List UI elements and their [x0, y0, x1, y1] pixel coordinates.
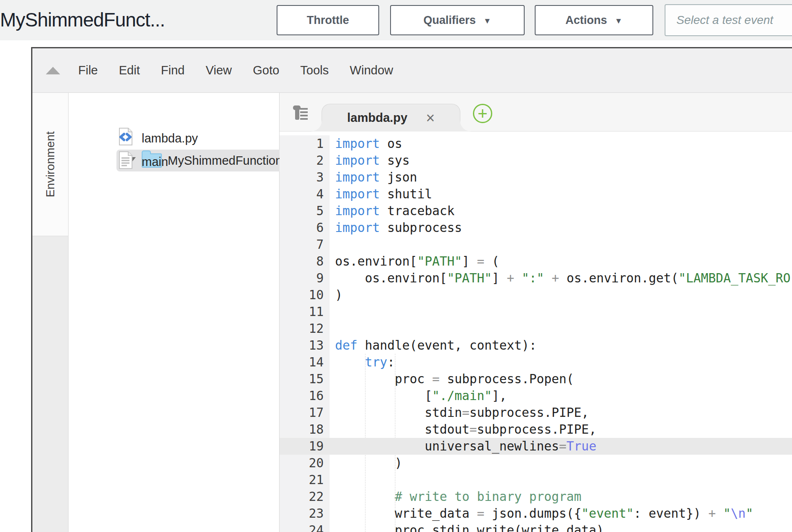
function-name: MyShimmedFunct...: [0, 8, 165, 31]
code-text: universal_newlines=True: [330, 438, 597, 455]
line-number: 2: [280, 152, 330, 169]
cloud9-ide-window: FileEditFindViewGotoToolsWindow Environm…: [31, 47, 792, 532]
line-number: 4: [280, 186, 330, 203]
menu-item-view[interactable]: View: [195, 63, 242, 77]
code-line-13[interactable]: 13def handle(event, context):: [280, 337, 792, 354]
line-number: 1: [280, 135, 330, 152]
menu-item-window[interactable]: Window: [339, 63, 404, 77]
line-number: 24: [280, 522, 330, 532]
code-line-21[interactable]: 21: [280, 471, 792, 488]
code-text: proc = subprocess.Popen(: [330, 371, 574, 387]
menu-item-find[interactable]: Find: [150, 63, 195, 77]
code-text: stdout=subprocess.PIPE,: [330, 421, 597, 438]
code-line-2[interactable]: 2import sys: [280, 152, 792, 169]
code-line-4[interactable]: 4import shutil: [280, 186, 792, 203]
code-text: ): [330, 455, 402, 471]
code-line-1[interactable]: 1import os: [280, 135, 792, 152]
line-number: 8: [280, 253, 330, 270]
code-line-14[interactable]: 14 try:: [280, 354, 792, 371]
code-line-3[interactable]: 3import json: [280, 169, 792, 186]
tree-item-main[interactable]: main: [118, 151, 168, 173]
close-tab-icon[interactable]: ×: [426, 111, 435, 126]
line-number: 19: [280, 438, 330, 455]
code-text: [330, 303, 335, 320]
actions-button-label: Actions: [565, 14, 607, 27]
code-line-20[interactable]: 20 ): [280, 455, 792, 471]
code-line-8[interactable]: 8os.environ["PATH"] = (: [280, 253, 792, 270]
tab-list-icon[interactable]: [291, 103, 311, 124]
menu-bar-items: FileEditFindViewGotoToolsWindow: [68, 63, 404, 77]
code-text: # write to binary program: [330, 488, 581, 505]
tab-lambda-py[interactable]: lambda.py ×: [322, 104, 460, 132]
code-text: os.environ["PATH"] + ":" + os.environ.ge…: [330, 270, 790, 287]
code-editor[interactable]: 1import os2import sys3import json4import…: [280, 132, 792, 532]
line-number: 7: [280, 236, 330, 253]
function-header: MyShimmedFunct... Throttle Qualifiers ▼ …: [0, 0, 792, 40]
code-line-12[interactable]: 12: [280, 320, 792, 337]
line-number: 3: [280, 169, 330, 186]
left-tab-strip: Environment: [32, 93, 69, 532]
code-line-22[interactable]: 22 # write to binary program: [280, 488, 792, 505]
menu-item-edit[interactable]: Edit: [108, 63, 150, 77]
code-line-10[interactable]: 10): [280, 287, 792, 303]
line-number: 22: [280, 488, 330, 505]
code-text: ["./main"],: [330, 387, 507, 404]
line-number: 23: [280, 505, 330, 522]
python-file-icon: [118, 127, 133, 149]
code-line-19[interactable]: 19 universal_newlines=True: [280, 438, 792, 455]
line-number: 16: [280, 387, 330, 404]
code-text: try:: [330, 354, 395, 371]
code-line-24[interactable]: 24 proc.stdin.write(write_data): [280, 522, 792, 532]
code-line-23[interactable]: 23 write_data = json.dumps({"event": eve…: [280, 505, 792, 522]
editor-pane: lambda.py × + 1import os2import sys3impo…: [280, 93, 792, 532]
chevron-down-icon: ▼: [483, 16, 491, 26]
line-number: 9: [280, 270, 330, 287]
throttle-button-label: Throttle: [307, 14, 349, 27]
code-line-11[interactable]: 11: [280, 303, 792, 320]
code-text: [330, 320, 335, 337]
code-line-18[interactable]: 18 stdout=subprocess.PIPE,: [280, 421, 792, 438]
menu-item-goto[interactable]: Goto: [242, 63, 290, 77]
code-text: def handle(event, context):: [330, 337, 537, 354]
test-event-select[interactable]: Select a test event: [665, 4, 792, 36]
code-text: [330, 236, 335, 253]
code-text: import os: [330, 135, 402, 152]
editor-menu-bar: FileEditFindViewGotoToolsWindow: [32, 48, 792, 93]
code-text: import json: [330, 169, 417, 186]
code-line-5[interactable]: 5import traceback: [280, 203, 792, 219]
code-line-9[interactable]: 9 os.environ["PATH"] + ":" + os.environ.…: [280, 270, 792, 287]
code-text: import traceback: [330, 203, 454, 219]
code-text: [330, 471, 335, 488]
code-text: import subprocess: [330, 219, 462, 236]
throttle-button[interactable]: Throttle: [277, 5, 379, 35]
code-line-15[interactable]: 15 proc = subprocess.Popen(: [280, 371, 792, 387]
menu-item-file[interactable]: File: [68, 63, 108, 77]
tree-item-lambda-py[interactable]: lambda.py: [118, 127, 198, 149]
tab-environment[interactable]: Environment: [32, 93, 68, 236]
line-number: 10: [280, 287, 330, 303]
environment-tab-label: Environment: [44, 131, 57, 197]
code-line-6[interactable]: 6import subprocess: [280, 219, 792, 236]
code-text: write_data = json.dumps({"event": event}…: [330, 505, 753, 522]
qualifiers-dropdown-button[interactable]: Qualifiers ▼: [390, 5, 525, 35]
tab-title: lambda.py: [347, 111, 407, 125]
folder-name: MyShimmedFunction: [168, 154, 282, 168]
code-text: proc.stdin.write(write_data): [330, 522, 604, 532]
line-number: 20: [280, 455, 330, 471]
line-number: 18: [280, 421, 330, 438]
collapse-panel-icon[interactable]: [46, 67, 60, 74]
menu-item-tools[interactable]: Tools: [290, 63, 339, 77]
code-line-16[interactable]: 16 ["./main"],: [280, 387, 792, 404]
code-line-7[interactable]: 7: [280, 236, 792, 253]
line-number: 21: [280, 471, 330, 488]
code-text: stdin=subprocess.PIPE,: [330, 404, 589, 421]
line-number: 5: [280, 203, 330, 219]
code-line-17[interactable]: 17 stdin=subprocess.PIPE,: [280, 404, 792, 421]
actions-dropdown-button[interactable]: Actions ▼: [535, 5, 653, 35]
file-tree: MyShimmedFunction lambda.py: [69, 93, 280, 532]
line-number: 12: [280, 320, 330, 337]
test-event-placeholder: Select a test event: [676, 13, 773, 27]
lambda-console-page: MyShimmedFunct... Throttle Qualifiers ▼ …: [0, 0, 792, 532]
new-tab-icon[interactable]: +: [473, 104, 492, 123]
editor-tab-bar: lambda.py × +: [280, 93, 792, 132]
